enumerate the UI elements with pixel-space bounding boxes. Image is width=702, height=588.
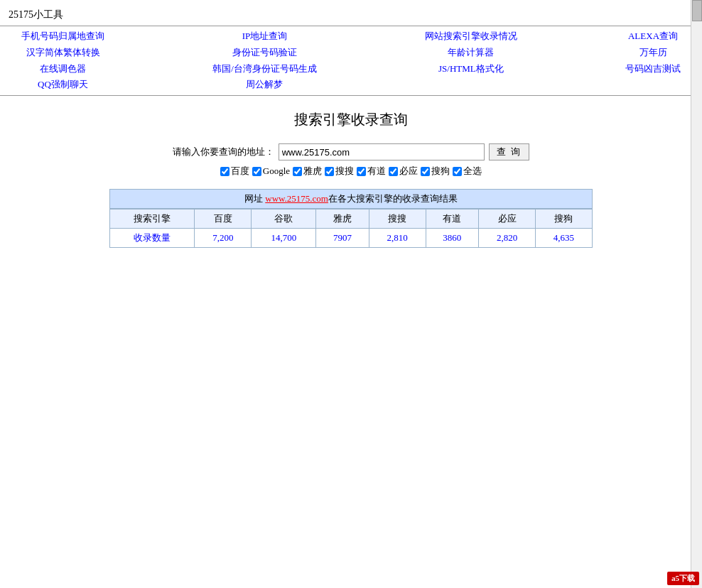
link-baidu[interactable]: 7,200 xyxy=(212,232,233,243)
row-label-cell: 收录数量 xyxy=(110,229,195,248)
results-header: 网址 www.25175.com在各大搜索引擎的收录查询结果 xyxy=(109,189,593,209)
cell-baidu: 7,200 xyxy=(195,229,252,248)
url-input[interactable] xyxy=(279,143,485,160)
link-sougou[interactable]: 4,635 xyxy=(554,232,574,243)
col-header-yahoo: 雅虎 xyxy=(316,209,369,229)
label-sousou: 搜搜 xyxy=(335,165,354,178)
nav-color-picker[interactable]: 在线调色器 xyxy=(40,62,86,77)
nav-id-verify[interactable]: 身份证号码验证 xyxy=(232,45,297,60)
label-selectall: 全选 xyxy=(463,165,482,178)
col-header-youdao: 有道 xyxy=(426,209,478,229)
label-sougou: 搜狗 xyxy=(431,165,450,178)
checkbox-sousou[interactable] xyxy=(325,167,334,176)
cb-google: Google xyxy=(252,165,290,177)
col-header-bing: 必应 xyxy=(479,209,536,229)
nav-age-calc[interactable]: 年龄计算器 xyxy=(448,45,494,60)
cb-selectall: 全选 xyxy=(453,165,482,178)
cell-sougou: 4,635 xyxy=(535,229,592,248)
nav-col-1: 手机号码归属地查询 汉字简体繁体转换 在线调色器 QQ强制聊天 xyxy=(21,29,104,92)
results-info-suffix: 在各大搜索引擎的收录查询结果 xyxy=(328,193,458,204)
nav-ip-lookup[interactable]: IP地址查询 xyxy=(242,29,288,44)
input-row: 请输入你要查询的地址： 查 询 xyxy=(173,143,530,160)
checkbox-baidu[interactable] xyxy=(220,167,230,176)
search-button[interactable]: 查 询 xyxy=(489,143,530,160)
cell-yahoo: 7907 xyxy=(316,229,369,248)
cell-bing: 2,820 xyxy=(479,229,536,248)
checkbox-selectall[interactable] xyxy=(453,167,462,176)
link-yahoo[interactable]: 7907 xyxy=(333,232,352,243)
cb-sousou: 搜搜 xyxy=(325,165,354,178)
col-header-baidu: 百度 xyxy=(195,209,252,229)
cell-youdao: 3860 xyxy=(426,229,478,248)
nav-alexa[interactable]: ALEXA查询 xyxy=(628,29,678,44)
link-bing[interactable]: 2,820 xyxy=(497,232,517,243)
nav-hz-convert[interactable]: 汉字简体繁体转换 xyxy=(26,45,100,60)
cb-sougou: 搜狗 xyxy=(421,165,450,178)
cb-baidu: 百度 xyxy=(220,165,249,178)
table-header-row: 搜索引擎 百度 谷歌 雅虎 搜搜 有道 必应 搜狗 xyxy=(110,209,593,229)
label-yahoo: 雅虎 xyxy=(303,165,322,178)
col-header-engine: 搜索引擎 xyxy=(110,209,195,229)
results-table: 搜索引擎 百度 谷歌 雅虎 搜搜 有道 必应 搜狗 xyxy=(109,209,593,248)
watermark-text: a5下载 xyxy=(671,574,695,582)
link-google[interactable]: 14,700 xyxy=(271,232,296,243)
nav-dream[interactable]: 周公解梦 xyxy=(246,77,283,92)
scrollbar[interactable] xyxy=(691,0,702,588)
link-youdao[interactable]: 3860 xyxy=(443,232,461,243)
results-table-wrap: 网址 www.25175.com在各大搜索引擎的收录查询结果 搜索引擎 百度 谷… xyxy=(109,189,593,248)
nav-calendar[interactable]: 万年历 xyxy=(639,45,667,60)
checkbox-youdao[interactable] xyxy=(357,167,366,176)
checkbox-google[interactable] xyxy=(252,167,261,176)
watermark: a5下载 xyxy=(667,572,699,585)
row-label-link[interactable]: 收录数量 xyxy=(134,232,171,243)
checkbox-yahoo[interactable] xyxy=(293,167,302,176)
page-heading: 搜索引擎收录查询 xyxy=(0,110,702,129)
nav-qq-chat[interactable]: QQ强制聊天 xyxy=(38,77,88,92)
table-row: 收录数量 7,200 14,700 7907 xyxy=(110,229,593,248)
search-form-area: 请输入你要查询的地址： 查 询 百度 Google 雅虎 xyxy=(0,143,702,248)
cb-yahoo: 雅虎 xyxy=(293,165,322,178)
nav-search-engine[interactable]: 网站搜索引擎收录情况 xyxy=(425,29,517,44)
nav-col-3: 网站搜索引擎收录情况 年龄计算器 JS/HTML格式化 xyxy=(425,29,517,92)
scrollbar-thumb[interactable] xyxy=(692,0,702,21)
checkbox-sougou[interactable] xyxy=(421,167,430,176)
results-url-link[interactable]: www.25175.com xyxy=(265,193,328,204)
checkbox-bing[interactable] xyxy=(389,167,398,176)
site-title: 25175小工具 xyxy=(0,6,702,24)
link-sousou[interactable]: 2,810 xyxy=(387,232,408,243)
col-header-sougou: 搜狗 xyxy=(535,209,592,229)
label-baidu: 百度 xyxy=(231,165,249,178)
col-header-sousou: 搜搜 xyxy=(369,209,426,229)
cell-sousou: 2,810 xyxy=(369,229,426,248)
nav-lucky-number[interactable]: 号码凶吉测试 xyxy=(625,62,681,77)
results-info-prefix: 网址 xyxy=(244,193,265,204)
cb-bing: 必应 xyxy=(389,165,418,178)
nav-id-generate[interactable]: 韩国/台湾身份证号码生成 xyxy=(212,62,317,77)
top-nav: 手机号码归属地查询 汉字简体繁体转换 在线调色器 QQ强制聊天 IP地址查询 身… xyxy=(0,26,702,96)
cell-google: 14,700 xyxy=(252,229,316,248)
col-header-google: 谷歌 xyxy=(252,209,316,229)
nav-col-2: IP地址查询 身份证号码验证 韩国/台湾身份证号码生成 周公解梦 xyxy=(212,29,317,92)
checkbox-row: 百度 Google 雅虎 搜搜 有道 xyxy=(220,165,482,178)
nav-js-format[interactable]: JS/HTML格式化 xyxy=(438,62,504,77)
label-google: Google xyxy=(263,165,290,177)
cb-youdao: 有道 xyxy=(357,165,386,178)
label-bing: 必应 xyxy=(399,165,418,178)
label-youdao: 有道 xyxy=(367,165,386,178)
main-content: 搜索引擎收录查询 请输入你要查询的地址： 查 询 百度 Google xyxy=(0,96,702,262)
nav-col-4: ALEXA查询 万年历 号码凶吉测试 xyxy=(625,29,681,92)
nav-mobile-lookup[interactable]: 手机号码归属地查询 xyxy=(21,29,104,44)
input-label: 请输入你要查询的地址： xyxy=(173,146,274,158)
